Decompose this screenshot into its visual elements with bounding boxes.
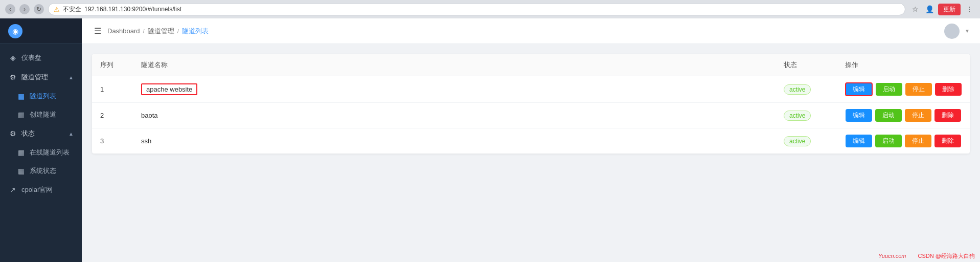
table-row: 1apache websiteactive编辑启动停止删除 <box>92 76 970 103</box>
table-header-row: 序列 隧道名称 状态 操作 <box>92 54 970 76</box>
status-badge: active <box>784 111 811 121</box>
status-label: 状态 <box>21 129 35 138</box>
tunnel-management-label: 隧道管理 <box>21 73 48 82</box>
create-tunnel-label: 创建隧道 <box>30 110 56 119</box>
stop-button[interactable]: 停止 <box>905 83 932 96</box>
edit-button[interactable]: 编辑 <box>845 82 873 96</box>
watermark-text: CSDN @经海路大白狗 <box>918 253 975 259</box>
sidebar-item-tunnel-list[interactable]: ▦ 隧道列表 <box>0 87 82 105</box>
forward-button[interactable]: › <box>19 4 30 14</box>
chevron-up-icon-2: ▲ <box>69 131 74 137</box>
system-status-icon: ▦ <box>16 167 26 175</box>
cell-name: apache website <box>133 76 776 103</box>
table-row: 2baotaactive编辑启动停止删除 <box>92 103 970 128</box>
external-link-icon: ↗ <box>8 186 17 194</box>
browser-action-buttons: ☆ 👤 更新 ⋮ <box>909 4 975 15</box>
edit-button[interactable]: 编辑 <box>846 135 872 147</box>
stop-button[interactable]: 停止 <box>905 135 931 147</box>
start-button[interactable]: 启动 <box>875 135 902 147</box>
breadcrumb-tunnel-list[interactable]: 隧道列表 <box>182 27 209 36</box>
cell-actions: 编辑启动停止删除 <box>837 128 970 154</box>
watermark-area: Yuucn.com CSDN @经海路大白狗 <box>82 250 980 262</box>
start-button[interactable]: 启动 <box>875 109 902 122</box>
cell-status: active <box>776 128 837 154</box>
table-row: 3sshactive编辑启动停止删除 <box>92 128 970 154</box>
tunnels-table: 序列 隧道名称 状态 操作 1apache websiteactive编辑启动停… <box>92 54 970 154</box>
cell-name: baota <box>133 103 776 128</box>
system-status-label: 系统状态 <box>30 166 56 176</box>
tunnel-list-label: 隧道列表 <box>30 92 56 101</box>
security-warning-icon: ⚠ <box>54 6 60 13</box>
app-container: ◉ ◈ 仪表盘 ⚙ 隧道管理 ▲ ▦ 隧道列表 ▦ 创建隧道 <box>0 18 980 262</box>
breadcrumb-sep-2: / <box>177 28 179 34</box>
delete-button[interactable]: 删除 <box>935 109 961 122</box>
sidebar-item-create-tunnel[interactable]: ▦ 创建隧道 <box>0 105 82 124</box>
delete-button[interactable]: 删除 <box>935 83 962 96</box>
cell-index: 3 <box>92 128 133 154</box>
browser-chrome: ‹ › ↻ ⚠ 不安全 192.168.191.130:9200/#/tunne… <box>0 0 980 18</box>
sidebar-item-system-status[interactable]: ▦ 系统状态 <box>0 162 82 180</box>
col-header-index: 序列 <box>92 54 133 76</box>
status-badge: active <box>784 136 811 146</box>
breadcrumb-tunnel-management[interactable]: 隧道管理 <box>148 27 174 36</box>
tunnel-name-selected: apache website <box>141 83 197 95</box>
header-right: ▼ <box>944 24 970 39</box>
cell-status: active <box>776 103 837 128</box>
create-tunnel-icon: ▦ <box>16 111 26 119</box>
cell-index: 1 <box>92 76 133 103</box>
cell-name: ssh <box>133 128 776 154</box>
url-text: 192.168.191.130:9200/#/tunnels/list <box>84 6 181 13</box>
cpolar-label: cpolar官网 <box>21 185 53 194</box>
logo-icon: ◉ <box>8 24 22 38</box>
cell-actions: 编辑启动停止删除 <box>837 103 970 128</box>
status-badge: active <box>784 84 811 95</box>
edit-button[interactable]: 编辑 <box>846 109 872 122</box>
online-tunnels-icon: ▦ <box>16 148 26 157</box>
dashboard-icon: ◈ <box>8 54 17 62</box>
hamburger-button[interactable]: ☰ <box>92 24 103 38</box>
sidebar-item-cpolar[interactable]: ↗ cpolar官网 <box>0 180 82 200</box>
top-header: ☰ Dashboard / 隧道管理 / 隧道列表 ▼ <box>82 18 980 44</box>
col-header-actions: 操作 <box>837 54 970 76</box>
sidebar-section-tunnel-management[interactable]: ⚙ 隧道管理 ▲ <box>0 68 82 87</box>
sidebar-item-dashboard[interactable]: ◈ 仪表盘 <box>0 48 82 68</box>
chevron-down-icon: ▼ <box>965 28 970 34</box>
security-warning-text: 不安全 <box>63 5 81 14</box>
brand-text: Yuucn.com <box>878 253 906 259</box>
back-button[interactable]: ‹ <box>5 4 15 14</box>
cell-actions: 编辑启动停止删除 <box>837 76 970 103</box>
sidebar: ◉ ◈ 仪表盘 ⚙ 隧道管理 ▲ ▦ 隧道列表 ▦ 创建隧道 <box>0 18 82 262</box>
chevron-up-icon: ▲ <box>69 75 74 80</box>
cell-status: active <box>776 76 837 103</box>
stop-button[interactable]: 停止 <box>905 109 931 122</box>
content-area: 序列 隧道名称 状态 操作 1apache websiteactive编辑启动停… <box>82 44 980 250</box>
online-tunnels-label: 在线隧道列表 <box>30 148 70 157</box>
table-card: 序列 隧道名称 状态 操作 1apache websiteactive编辑启动停… <box>92 54 970 154</box>
update-button[interactable]: 更新 <box>938 4 961 15</box>
avatar <box>944 24 960 39</box>
cell-index: 2 <box>92 103 133 128</box>
bookmark-button[interactable]: ☆ <box>909 4 921 15</box>
sidebar-menu: ◈ 仪表盘 ⚙ 隧道管理 ▲ ▦ 隧道列表 ▦ 创建隧道 <box>0 44 82 262</box>
tunnel-list-icon: ▦ <box>16 92 26 100</box>
col-header-name: 隧道名称 <box>133 54 776 76</box>
sidebar-item-online-tunnels[interactable]: ▦ 在线隧道列表 <box>0 143 82 162</box>
sidebar-section-status[interactable]: ⚙ 状态 ▲ <box>0 124 82 143</box>
status-icon: ⚙ <box>8 129 17 138</box>
delete-button[interactable]: 删除 <box>935 135 961 147</box>
breadcrumb-sep-1: / <box>143 28 145 34</box>
tunnel-management-icon: ⚙ <box>8 73 17 81</box>
sidebar-logo: ◉ <box>0 18 82 44</box>
reload-button[interactable]: ↻ <box>34 4 44 14</box>
sidebar-item-label: 仪表盘 <box>21 53 41 62</box>
profile-button[interactable]: 👤 <box>924 4 935 15</box>
url-bar[interactable]: ⚠ 不安全 192.168.191.130:9200/#/tunnels/lis… <box>48 3 905 15</box>
main-content: ☰ Dashboard / 隧道管理 / 隧道列表 ▼ 序列 <box>82 18 980 262</box>
breadcrumb-dashboard[interactable]: Dashboard <box>107 27 140 35</box>
col-header-status: 状态 <box>776 54 837 76</box>
breadcrumb: Dashboard / 隧道管理 / 隧道列表 <box>107 27 209 36</box>
menu-button[interactable]: ⋮ <box>964 4 975 15</box>
start-button[interactable]: 启动 <box>876 83 902 96</box>
